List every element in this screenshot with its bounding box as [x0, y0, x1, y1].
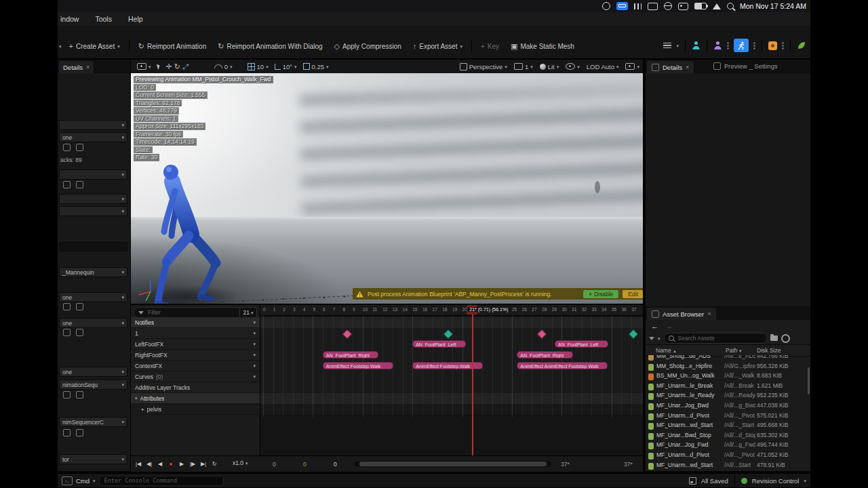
notify-tag[interactable]: AN_FootPlant_Left: [412, 340, 466, 348]
notify-tag[interactable]: AnimEffect Footstep.Walk: [323, 362, 393, 369]
asset-row[interactable]: MF_Unar...Bwd_Stop/All/...d_Stop635.302 …: [646, 432, 810, 441]
notify-tag[interactable]: AN_FootPlant_Right: [323, 351, 378, 359]
track-row-notifies[interactable]: Notifies▾: [131, 317, 260, 328]
asset-list-scrollbar[interactable]: [808, 367, 810, 394]
wifi-icon[interactable]: [713, 3, 721, 9]
left-panel-input[interactable]: [59, 242, 127, 251]
chevron-right-icon[interactable]: ▸: [142, 407, 144, 412]
spotlight-search-icon[interactable]: [727, 3, 734, 9]
sync-icon[interactable]: [602, 2, 610, 10]
notify-tag[interactable]: AnimEffect AnimEffect Footstep Walk: [517, 362, 608, 369]
track-row-attributes[interactable]: ▾Attributes: [131, 393, 260, 404]
asset-search-input[interactable]: [677, 334, 751, 342]
tab-preview-settings[interactable]: Preview _ Settings: [713, 62, 778, 70]
close-icon[interactable]: ×: [686, 64, 689, 70]
edit-button[interactable]: Edit: [623, 290, 643, 298]
track-row-curves[interactable]: Curves(0)▾: [131, 371, 260, 382]
panel-icon[interactable]: [76, 144, 83, 151]
transform-tools[interactable]: ✛↻⤢: [166, 63, 189, 70]
panel-icon[interactable]: [76, 329, 83, 336]
left-panel-dropdown[interactable]: ▾: [59, 120, 127, 130]
folder-icon[interactable]: [770, 336, 778, 341]
chevron-down-icon[interactable]: ▾: [253, 342, 256, 347]
track-lane-7[interactable]: [260, 393, 643, 405]
chevron-down-icon[interactable]: ▾: [253, 374, 256, 380]
asset-row[interactable]: MF_Unar...Jog_Fwd/All/...g_Fwd496.744 Ki…: [646, 441, 810, 451]
panel-icon[interactable]: [63, 329, 71, 336]
stats-icon[interactable]: [634, 3, 642, 9]
chevron-down-icon[interactable]: ▾: [253, 352, 256, 358]
preview-mesh-icon[interactable]: [692, 41, 701, 50]
panel-icon[interactable]: [76, 429, 83, 436]
track-lane-0[interactable]: [260, 317, 643, 329]
disable-button[interactable]: ×Disable: [583, 290, 618, 298]
retarget-button-active[interactable]: [734, 39, 749, 52]
asset-row[interactable]: MF_Unarm...wd_Start/All/...Start478.91 K…: [646, 462, 810, 471]
menu-window[interactable]: indow: [60, 15, 79, 23]
skip-to-end-button[interactable]: ▶|: [199, 458, 208, 469]
left-panel-dropdown[interactable]: one▾: [59, 292, 127, 302]
physics-asset-icon[interactable]: [768, 41, 777, 50]
loop-button[interactable]: ↻: [210, 458, 219, 469]
track-row-leftfootfx[interactable]: LeftFootFX▾: [131, 339, 260, 350]
left-panel-dropdown[interactable]: one▾: [59, 132, 127, 142]
viewport-options-menu[interactable]: ▾: [137, 63, 151, 70]
chevron-down-icon[interactable]: ▾: [253, 331, 256, 336]
panel-icon[interactable]: [63, 429, 71, 436]
left-panel-dropdown[interactable]: ▾: [59, 206, 127, 216]
tab-details[interactable]: Details×: [59, 61, 94, 73]
notify-tag[interactable]: AN_FootPlant_Right: [517, 351, 572, 359]
record-button[interactable]: ●: [166, 458, 176, 469]
asset-row[interactable]: MF_Unarm...d_Pivot/All/..._Pivot575.021 …: [646, 412, 810, 422]
filter-icon[interactable]: [649, 337, 654, 340]
close-icon[interactable]: ×: [86, 64, 90, 70]
console-command-input[interactable]: [103, 476, 214, 485]
save-status-label[interactable]: All Saved: [701, 477, 728, 485]
notify-tag[interactable]: AN_FootPlant_Left: [555, 340, 608, 348]
scale-snap-control[interactable]: 0.25▾: [303, 63, 329, 70]
settings-menu-icon[interactable]: [663, 43, 671, 49]
play-button[interactable]: ▶: [177, 458, 186, 469]
left-panel-dropdown[interactable]: ▾: [59, 194, 127, 204]
console-command-box[interactable]: [99, 476, 224, 486]
more-options-icon[interactable]: [782, 42, 784, 49]
panel-icon[interactable]: [63, 181, 71, 188]
timeline-lanes[interactable]: AN_FootPlant_LeftAN_FootPlant_LeftAN_Foo…: [260, 315, 643, 455]
select-tool[interactable]: [157, 64, 160, 70]
export-asset-button[interactable]: ↑ Export Asset▾: [409, 41, 467, 52]
key-button[interactable]: + Key: [477, 41, 503, 52]
left-panel-dropdown[interactable]: ▾: [59, 169, 127, 180]
menu-help[interactable]: Help: [128, 15, 143, 23]
reimport-animation-button[interactable]: ↻ Reimport Animation: [134, 41, 210, 52]
grid-snap-control[interactable]: 10▾: [248, 63, 269, 70]
camera-speed-control[interactable]: 0▾: [214, 63, 233, 70]
left-panel-dropdown[interactable]: _Mannequin▾: [59, 267, 127, 277]
column-path[interactable]: Path ▾: [726, 347, 741, 354]
column-name[interactable]: Name ▲: [656, 347, 677, 354]
screenshot-menu[interactable]: ▾: [625, 63, 639, 70]
perspective-menu[interactable]: Perspective▾: [460, 63, 507, 70]
show-menu[interactable]: ▾: [566, 63, 580, 70]
panel-icon[interactable]: [63, 144, 71, 151]
track-row-additive-layer-tracks[interactable]: Additive Layer Tracks: [131, 382, 260, 393]
track-lane-5[interactable]: [260, 371, 643, 383]
character-icon[interactable]: [713, 41, 722, 50]
timeline-area[interactable]: 0123456789101112131415161718192021222324…: [260, 305, 643, 455]
left-panel-dropdown[interactable]: one▾: [59, 318, 127, 328]
column-disk-size[interactable]: Disk Size: [757, 347, 781, 354]
panel-icon[interactable]: [76, 181, 83, 188]
step-back-button[interactable]: ◀|: [144, 458, 154, 469]
tab-asset-browser[interactable]: Asset Browser ×: [647, 308, 716, 320]
track-row-rightfootfx[interactable]: RightFootFX▾: [131, 350, 260, 361]
panel-icon[interactable]: [63, 391, 71, 399]
track-filter-input[interactable]: [146, 308, 224, 317]
track-lane-8[interactable]: [260, 404, 643, 415]
asset-row[interactable]: BS_MM_Un...og_Walk/All/..._Walk8.683 KiB: [646, 372, 810, 382]
track-lane-6[interactable]: [260, 382, 643, 394]
forward-button[interactable]: →: [665, 322, 673, 330]
asset-row[interactable]: MF_Unarm...d_Pivot/All/..._Pivot471.052 …: [646, 451, 810, 461]
asset-row[interactable]: MF_Unarm...wd_Start/All/..._Start495.668…: [646, 422, 810, 431]
apply-compression-button[interactable]: ◇ Apply Compression: [330, 41, 406, 52]
play-start-value[interactable]: 0: [303, 461, 307, 468]
range-start-value[interactable]: 0: [273, 461, 276, 468]
